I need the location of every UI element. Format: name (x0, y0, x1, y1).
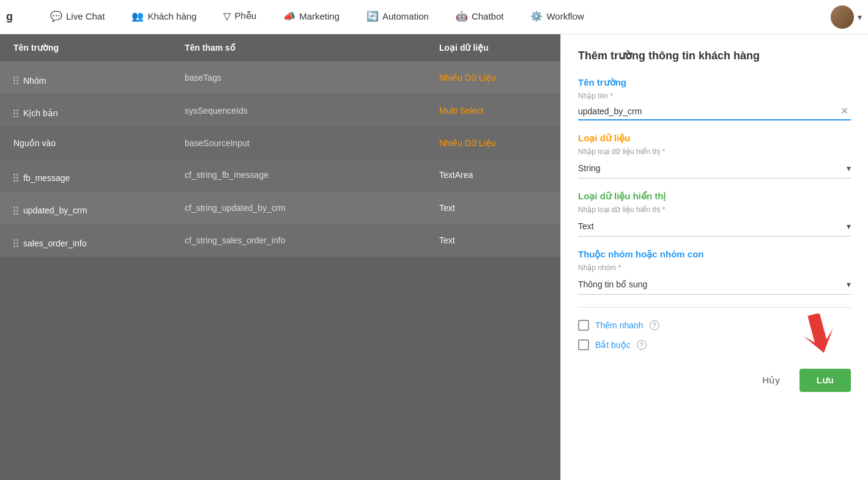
cell-param: sysSequenceIds (177, 97, 432, 124)
field-loai-du-lieu-hien-thi-label: Loại dữ liệu hiển thị (578, 191, 851, 202)
field-loai-du-lieu-hien-thi: Loại dữ liệu hiển thị Nhập loại dữ liệu … (578, 191, 851, 237)
cell-name: Nguồn vào (6, 130, 177, 157)
automation-icon: 🔄 (366, 10, 379, 22)
drag-handle[interactable]: fb_message (13, 173, 70, 183)
chatbot-icon: 🤖 (456, 10, 468, 22)
cell-type: Nhiều Dữ Liệu (432, 130, 554, 157)
field-nhom-sublabel: Nhập nhóm * (578, 264, 851, 272)
ten-truong-input[interactable] (578, 106, 838, 116)
nav-pheu[interactable]: ▽ Phễu (210, 0, 270, 34)
field-nhom: Thuộc nhóm hoặc nhóm con Nhập nhóm * Thô… (578, 249, 851, 295)
cancel-button[interactable]: Hủy (752, 370, 789, 391)
field-ten-truong-label: Tên trường (578, 77, 851, 88)
table-side: Tên trường Tên tham số Loại dữ liệu Nhóm… (0, 34, 560, 480)
field-loai-du-lieu-sublabel: Nhập loại dữ liệu hiển thị * (578, 147, 851, 156)
main-layout: Tên trường Tên tham số Loại dữ liệu Nhóm… (0, 34, 868, 480)
nav-live-chat-label: Live Chat (66, 11, 105, 21)
drag-handle[interactable]: updated_by_crm (13, 205, 87, 215)
table-row: updated_by_crm cf_string_updated_by_crm … (0, 192, 560, 225)
nhom-arrow-icon: ▾ (847, 279, 851, 289)
nav-automation[interactable]: 🔄 Automation (353, 0, 442, 34)
nav-live-chat[interactable]: 💬 Live Chat (37, 0, 118, 34)
nav-workflow-label: Workflow (546, 11, 584, 21)
nav-pheu-label: Phễu (234, 10, 256, 21)
panel-title: Thêm trường thông tin khách hàng (578, 49, 851, 62)
loai-du-lieu-hien-thi-select[interactable]: Text ▾ (578, 216, 851, 237)
bat-buoc-row: Bắt buộc ? (578, 339, 851, 350)
avatar[interactable] (831, 6, 854, 29)
field-loai-du-lieu: Loại dữ liệu Nhập loại dữ liệu hiển thị … (578, 133, 851, 179)
cell-param: cf_string_updated_by_crm (177, 194, 432, 221)
col-header-name: Tên trường (6, 34, 177, 61)
nav-chatbot-label: Chatbot (472, 11, 504, 21)
table-row: fb_message cf_string_fb_message TextArea (0, 159, 560, 192)
clear-icon[interactable]: ✕ (838, 105, 851, 117)
nhom-select[interactable]: Thông tin bổ sung ▾ (578, 275, 851, 295)
panel-footer: Hủy Lưu (578, 369, 851, 392)
marketing-icon: 📣 (283, 10, 295, 22)
drag-dots-icon[interactable] (13, 76, 18, 84)
field-ten-truong-sublabel: Nhập tên * (578, 92, 851, 100)
workflow-icon: ⚙️ (530, 10, 543, 22)
nav-khach-hang-label: Khách hàng (147, 11, 196, 21)
nhom-value: Thông tin bổ sung (578, 279, 847, 289)
cell-param: cf_string_sales_order_info (177, 227, 432, 254)
table-header: Tên trường Tên tham số Loại dữ liệu (0, 34, 560, 62)
drag-dots-icon[interactable] (13, 174, 18, 182)
nav: 💬 Live Chat 👥 Khách hàng ▽ Phễu 📣 Market… (37, 0, 831, 34)
bat-buoc-label: Bắt buộc (595, 340, 631, 350)
cell-name: sales_order_info (6, 224, 177, 257)
bat-buoc-checkbox[interactable] (578, 339, 589, 350)
field-loai-du-lieu-hien-thi-sublabel: Nhập loại dữ liệu hiển thị * (578, 205, 851, 214)
col-header-type: Loại dữ liệu (432, 34, 554, 61)
loai-du-lieu-select[interactable]: String ▾ (578, 158, 851, 179)
field-loai-du-lieu-label: Loại dữ liệu (578, 133, 851, 144)
cell-param: baseTags (177, 64, 432, 91)
cell-type: Multi Select (432, 97, 554, 124)
them-nhanh-help-icon[interactable]: ? (650, 320, 659, 330)
table-row: Nguồn vào baseSourceInput Nhiều Dữ Liệu (0, 127, 560, 159)
col-header-param: Tên tham số (177, 34, 432, 61)
loai-du-lieu-hien-thi-value: Text (578, 221, 847, 231)
divider (578, 307, 851, 308)
save-button[interactable]: Lưu (799, 369, 851, 392)
drag-dots-icon[interactable] (13, 239, 18, 247)
bat-buoc-help-icon[interactable]: ? (637, 340, 647, 350)
header: g 💬 Live Chat 👥 Khách hàng ▽ Phễu 📣 Mark… (0, 0, 868, 34)
cell-type: Text (432, 194, 554, 221)
loai-du-lieu-value: String (578, 163, 847, 173)
cell-name: Nhóm (6, 62, 177, 94)
drag-handle[interactable]: Kịch bản (13, 108, 58, 118)
cell-param: cf_string_fb_message (177, 161, 432, 188)
header-right: ▾ (831, 6, 862, 29)
them-nhanh-checkbox[interactable] (578, 320, 589, 331)
khach-hang-icon: 👥 (132, 10, 144, 22)
field-ten-truong: Tên trường Nhập tên * ✕ (578, 77, 851, 120)
avatar-image (831, 6, 854, 29)
nav-chatbot[interactable]: 🤖 Chatbot (442, 0, 517, 34)
cell-param: baseSourceInput (177, 130, 432, 157)
drag-handle[interactable]: Nhóm (13, 76, 46, 86)
drag-dots-icon[interactable] (13, 207, 18, 215)
cell-type: TextArea (432, 161, 554, 188)
nav-automation-label: Automation (382, 11, 429, 21)
chevron-down-icon[interactable]: ▾ (858, 12, 862, 22)
field-ten-truong-input-wrapper: ✕ (578, 103, 851, 120)
them-nhanh-row: Thêm nhanh ? (578, 320, 851, 331)
drag-dots-icon[interactable] (13, 109, 18, 117)
them-nhanh-label: Thêm nhanh (595, 320, 644, 330)
drag-handle[interactable]: sales_order_info (13, 238, 87, 248)
nav-workflow[interactable]: ⚙️ Workflow (517, 0, 597, 34)
nav-marketing-label: Marketing (299, 11, 339, 21)
pheu-icon: ▽ (223, 10, 231, 22)
table-row: Kịch bản sysSequenceIds Multi Select (0, 95, 560, 128)
field-nhom-label: Thuộc nhóm hoặc nhóm con (578, 249, 851, 260)
table-row: Nhóm baseTags Nhiều Dữ Liệu (0, 62, 560, 95)
logo: g (6, 10, 24, 23)
cell-name: Kịch bản (6, 95, 177, 127)
live-chat-icon: 💬 (50, 10, 62, 22)
loai-du-lieu-arrow-icon: ▾ (847, 163, 851, 173)
nav-marketing[interactable]: 📣 Marketing (270, 0, 353, 34)
nav-khach-hang[interactable]: 👥 Khách hàng (118, 0, 210, 34)
cell-name: updated_by_crm (6, 192, 177, 224)
